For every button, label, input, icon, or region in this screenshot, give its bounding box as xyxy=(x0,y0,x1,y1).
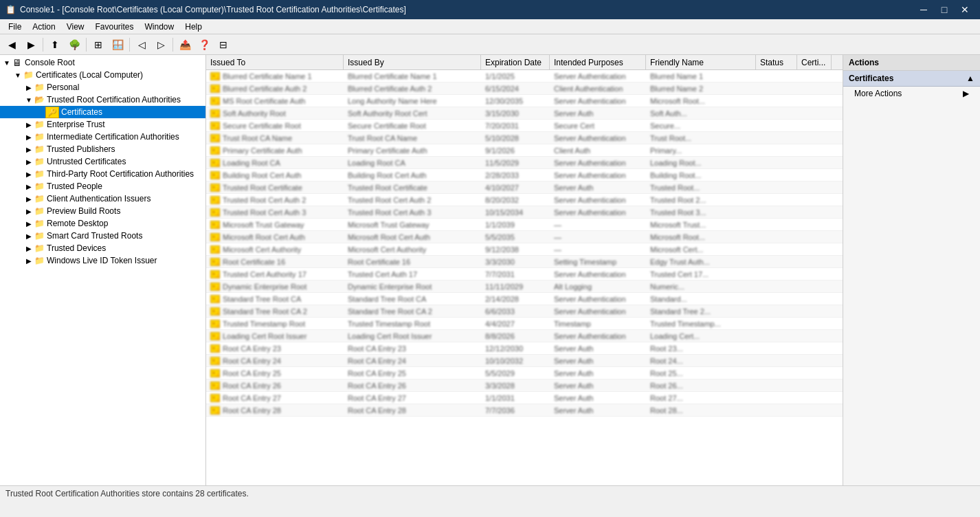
list-content[interactable]: Blurred Certificate Name 1 Blurred Certi… xyxy=(206,70,843,485)
action-section-certificates[interactable]: Certificates ▲ xyxy=(843,71,980,87)
table-row[interactable]: Root CA Entry 23 Root CA Entry 23 12/12/… xyxy=(206,342,843,355)
back-button-2[interactable]: ◁ xyxy=(133,36,151,53)
tree-item-personal[interactable]: ▶ 📁 Personal xyxy=(0,81,205,94)
table-row[interactable]: Root CA Entry 27 Root CA Entry 27 1/1/20… xyxy=(206,392,843,404)
expand-third-party[interactable]: ▶ xyxy=(23,168,34,179)
col-header-issued-to[interactable]: Issued To xyxy=(206,55,344,69)
table-row[interactable]: Root CA Entry 24 Root CA Entry 24 10/10/… xyxy=(206,355,843,367)
table-row[interactable]: Trust Root CA Name Trust Root CA Name 5/… xyxy=(206,132,843,144)
table-row[interactable]: Trusted Timestamp Root Trusted Timestamp… xyxy=(206,318,843,330)
table-row[interactable]: Microsoft Root Cert Auth Microsoft Root … xyxy=(206,231,843,243)
table-row[interactable]: Building Root Cert Auth Building Root Ce… xyxy=(206,169,843,182)
table-row[interactable]: Trusted Root Certificate Trusted Root Ce… xyxy=(206,182,843,194)
smart-card-icon: 📁 xyxy=(34,231,45,241)
tree-item-windows-live[interactable]: ▶ 📁 Windows Live ID Token Issuer xyxy=(0,254,205,267)
table-row[interactable]: Trusted Root Cert Auth 2 Trusted Root Ce… xyxy=(206,194,843,206)
table-row[interactable]: Root Certificate 16 Root Certificate 16 … xyxy=(206,256,843,268)
table-row[interactable]: Blurred Certificate Name 1 Blurred Certi… xyxy=(206,70,843,82)
cell-issued-by: Trust Root CA Name xyxy=(344,134,481,142)
tree-item-certs-local[interactable]: ▼ 📁 Certificates (Local Computer) xyxy=(0,69,205,81)
restore-button[interactable]: □ xyxy=(935,0,954,19)
table-row[interactable]: Microsoft Trust Gateway Microsoft Trust … xyxy=(206,219,843,231)
table-row[interactable]: Trusted Cert Authority 17 Trusted Cert A… xyxy=(206,268,843,280)
expand-enterprise[interactable]: ▶ xyxy=(23,119,34,130)
expand-trusted-people[interactable]: ▶ xyxy=(23,181,34,192)
grid-view-button[interactable]: ⊟ xyxy=(214,36,232,53)
expand-preview-build[interactable]: ▶ xyxy=(23,206,34,217)
table-row[interactable]: Root CA Entry 28 Root CA Entry 28 7/7/20… xyxy=(206,404,843,417)
table-row[interactable]: Blurred Certificate Auth 2 Blurred Certi… xyxy=(206,82,843,95)
table-row[interactable]: MS Root Certificate Auth Long Authority … xyxy=(206,95,843,107)
tree-item-enterprise[interactable]: ▶ 📁 Enterprise Trust xyxy=(0,118,205,131)
expand-client-auth[interactable]: ▶ xyxy=(23,193,34,204)
expand-console-root[interactable]: ▼ xyxy=(1,57,12,68)
table-row[interactable]: Standard Tree Root CA 2 Standard Tree Ro… xyxy=(206,305,843,318)
col-header-purposes[interactable]: Intended Purposes xyxy=(550,55,646,69)
tree-item-intermediate[interactable]: ▶ 📁 Intermediate Certification Authoriti… xyxy=(0,131,205,143)
menu-view[interactable]: View xyxy=(61,21,90,33)
tree-item-certificates[interactable]: 🔑 Certificates xyxy=(0,106,205,118)
tree-item-smart-card[interactable]: ▶ 📁 Smart Card Trusted Roots xyxy=(0,230,205,242)
menu-action[interactable]: Action xyxy=(27,21,60,33)
action-more-actions[interactable]: More Actions ▶ xyxy=(843,87,980,100)
expand-untrusted[interactable]: ▶ xyxy=(23,156,34,167)
show-hide-action-pane[interactable]: ⊞ xyxy=(89,36,107,53)
menu-window[interactable]: Window xyxy=(140,21,180,33)
col-friendly-label: Friendly Name xyxy=(650,58,704,67)
table-row[interactable]: Dynamic Enterprise Root Dynamic Enterpri… xyxy=(206,280,843,293)
table-row[interactable]: Microsoft Cert Authority Microsoft Cert … xyxy=(206,243,843,256)
forward-button[interactable]: ▶ xyxy=(22,36,40,53)
table-row[interactable]: Standard Tree Root CA Standard Tree Root… xyxy=(206,293,843,305)
expand-trusted-publishers[interactable]: ▶ xyxy=(23,144,34,155)
tree-item-preview-build[interactable]: ▶ 📁 Preview Build Roots xyxy=(0,205,205,217)
table-row[interactable]: Primary Certificate Auth Primary Certifi… xyxy=(206,144,843,157)
table-row[interactable]: Root CA Entry 26 Root CA Entry 26 3/3/20… xyxy=(206,380,843,392)
tree-item-remote-desktop[interactable]: ▶ 📁 Remote Desktop xyxy=(0,217,205,230)
cell-issued-to: Standard Tree Root CA 2 xyxy=(206,307,344,316)
col-header-expiration[interactable]: Expiration Date xyxy=(481,55,550,69)
expand-certs-local[interactable]: ▼ xyxy=(12,69,23,80)
tree-item-trusted-publishers[interactable]: ▶ 📁 Trusted Publishers xyxy=(0,143,205,155)
cell-issued-by: Standard Tree Root CA xyxy=(344,295,481,303)
tree-panel[interactable]: ▼ 🖥 Console Root ▼ 📁 Certificates (Local… xyxy=(0,55,206,485)
table-row[interactable]: Loading Root CA Loading Root CA 11/5/202… xyxy=(206,157,843,169)
cell-purposes: Client Authentication xyxy=(550,85,646,93)
col-header-status[interactable]: Status xyxy=(756,55,797,69)
show-hide-tree-button[interactable]: 🌳 xyxy=(65,36,83,53)
tree-item-trusted-root[interactable]: ▼ 📂 Trusted Root Certification Authoriti… xyxy=(0,94,205,106)
table-row[interactable]: Trusted Root Cert Auth 3 Trusted Root Ce… xyxy=(206,206,843,219)
tree-item-third-party[interactable]: ▶ 📁 Third-Party Root Certification Autho… xyxy=(0,168,205,180)
menu-help[interactable]: Help xyxy=(179,21,208,33)
back-button[interactable]: ◀ xyxy=(3,36,21,53)
menu-file[interactable]: File xyxy=(3,21,27,33)
col-header-cert-template[interactable]: Certi... xyxy=(797,55,832,69)
tree-item-client-auth[interactable]: ▶ 📁 Client Authentication Issuers xyxy=(0,192,205,205)
table-row[interactable]: Secure Certificate Root Secure Certifica… xyxy=(206,120,843,132)
expand-trusted-devices[interactable]: ▶ xyxy=(23,243,34,254)
table-row[interactable]: Root CA Entry 25 Root CA Entry 25 5/5/20… xyxy=(206,367,843,380)
forward-button-2[interactable]: ▷ xyxy=(152,36,170,53)
table-row[interactable]: Loading Cert Root Issuer Loading Cert Ro… xyxy=(206,330,843,342)
expand-personal[interactable]: ▶ xyxy=(23,82,34,93)
expand-trusted-root[interactable]: ▼ xyxy=(23,94,34,105)
help-button[interactable]: ❓ xyxy=(195,36,213,53)
cell-purposes: Server Auth xyxy=(550,357,646,365)
tree-item-trusted-people[interactable]: ▶ 📁 Trusted People xyxy=(0,180,205,192)
expand-remote-desktop[interactable]: ▶ xyxy=(23,218,34,229)
expand-intermediate[interactable]: ▶ xyxy=(23,131,34,142)
up-button[interactable]: ⬆ xyxy=(46,36,64,53)
table-row[interactable]: Soft Authority Root Soft Authority Root … xyxy=(206,107,843,120)
new-window[interactable]: 🪟 xyxy=(109,36,126,53)
export-button[interactable]: 📤 xyxy=(176,36,194,53)
minimize-button[interactable]: ─ xyxy=(914,0,933,19)
expand-smart-card[interactable]: ▶ xyxy=(23,230,34,241)
tree-item-trusted-devices[interactable]: ▶ 📁 Trusted Devices xyxy=(0,242,205,254)
col-issued-by-label: Issued By xyxy=(348,58,384,67)
col-header-friendly[interactable]: Friendly Name xyxy=(646,55,756,69)
close-button[interactable]: ✕ xyxy=(955,0,975,19)
col-header-issued-by[interactable]: Issued By xyxy=(344,55,481,69)
menu-favourites[interactable]: Favourites xyxy=(90,21,140,33)
tree-item-console-root[interactable]: ▼ 🖥 Console Root xyxy=(0,56,205,69)
expand-windows-live[interactable]: ▶ xyxy=(23,255,34,266)
tree-item-untrusted[interactable]: ▶ 📁 Untrusted Certificates xyxy=(0,155,205,168)
